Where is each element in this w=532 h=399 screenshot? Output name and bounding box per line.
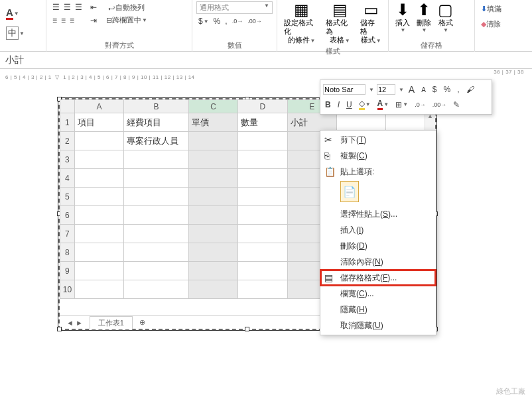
group-label-number: 數值 [196, 39, 273, 52]
tab-nav[interactable]: ◄ ► [66, 319, 83, 327]
asian-layout-button[interactable]: 中▼ [4, 25, 27, 41]
clear-button[interactable]: ◆ 清除 [479, 18, 503, 30]
border-button[interactable]: ⊞▼ [393, 99, 410, 111]
col-header-a[interactable]: A [74, 100, 123, 113]
align-left-button[interactable]: ≡ [50, 15, 59, 27]
align-right-button[interactable]: ≡ [68, 15, 76, 27]
cm-clear[interactable]: 清除內容(N) [320, 254, 436, 270]
shrink-font-button[interactable]: A [419, 85, 428, 95]
group-label-cells: 儲存格 [393, 39, 470, 52]
format-table-button[interactable]: ▤格式化為表格▼ [323, 1, 356, 45]
row-header[interactable]: 8 [60, 243, 75, 262]
cm-cut[interactable]: ✂剪下(T) [320, 132, 436, 148]
cm-hide[interactable]: 隱藏(H) [320, 302, 436, 317]
styles-icon: ▭ [364, 1, 379, 19]
delete-cell-button[interactable]: ⬆刪除▼ [414, 1, 434, 34]
row-header[interactable]: 2 [60, 132, 75, 150]
formula-bar[interactable]: 小計 [0, 52, 532, 69]
italic-button[interactable]: I [336, 99, 342, 111]
grow-font-button[interactable]: A [407, 83, 417, 96]
table-icon: ▤ [332, 1, 348, 19]
row-header[interactable]: 9 [60, 262, 75, 280]
format-icon: ▢ [438, 1, 453, 19]
comma-button[interactable]: , [223, 15, 229, 27]
mini-toolbar: ▼ ▼ A A $ % , 🖌 B I U ◇▼ A▼ ⊞▼ .0→ .00→ … [320, 80, 492, 115]
format-painter-icon[interactable]: 🖌 [464, 84, 476, 95]
dec-decimal-button[interactable]: .00→ [245, 15, 264, 27]
cm-copy[interactable]: ⎘複製(C) [320, 148, 436, 164]
cond-format-icon: ▦ [294, 1, 309, 19]
format-cells-icon: ▤ [324, 272, 333, 283]
select-all-corner[interactable] [60, 100, 75, 113]
mini-size-select[interactable] [377, 84, 395, 95]
add-sheet-button[interactable]: ⊕ [139, 318, 145, 327]
ribbon: A▼ 中▼ ☰ ☰ ☰ ≡ ≡ ≡ ⇤ ⇥ ⮐ 自動換列 ⊟ 跨欄置中▼ 對齊方… [0, 0, 532, 52]
cm-paste-options-label: 📋貼上選項: [320, 164, 436, 180]
row-header[interactable]: 3 [60, 150, 75, 169]
row-header[interactable]: 7 [60, 225, 75, 243]
cell-styles-button[interactable]: ▭儲存格樣式▼ [358, 1, 384, 45]
currency-button[interactable]: $▼ [196, 15, 211, 27]
delete-icon: ⬆ [417, 1, 431, 19]
merge-center-button[interactable]: ⊟ 跨欄置中▼ [104, 14, 149, 27]
wrap-text-button[interactable]: ⮐ 自動換列 [104, 1, 149, 14]
row-header[interactable]: 1 [60, 113, 75, 132]
conditional-format-button[interactable]: ▦設定格式化的條件▼ [281, 1, 322, 45]
watermark: 綠色工廠 [496, 386, 525, 396]
indent-increase-button[interactable]: ⇥ [88, 15, 99, 27]
paste-option-button[interactable]: 📄 [340, 181, 359, 202]
scissors-icon: ✂ [324, 135, 332, 145]
col-header-d[interactable]: D [238, 100, 287, 113]
cm-delete[interactable]: 刪除(D) [320, 238, 436, 254]
mini-font-select[interactable] [323, 84, 366, 95]
cm-unhide[interactable]: 取消隱藏(U) [320, 317, 436, 333]
format-cell-button[interactable]: ▢格式▼ [435, 1, 456, 34]
underline-button[interactable]: U [344, 99, 354, 111]
font-color-mini-button[interactable]: A▼ [375, 97, 391, 111]
workspace: A B C D E F G 1項目經費項目單價數量小計 2專案行政人員 3 4 … [0, 85, 532, 396]
font-color-button[interactable]: A▼ [4, 5, 21, 21]
fill-button[interactable]: ⬇ 填滿 [479, 3, 503, 15]
copy-icon: ⎘ [324, 150, 330, 161]
row-header[interactable]: 6 [60, 206, 75, 225]
align-middle-button[interactable]: ☰ [62, 1, 73, 13]
cm-column-width[interactable]: 欄寬(C)... [320, 286, 436, 302]
col-header-c[interactable]: C [188, 100, 237, 113]
mini-inc-dec-button[interactable]: .0→ [413, 100, 428, 109]
inc-decimal-button[interactable]: .0→ [230, 15, 245, 27]
insert-cell-button[interactable]: ⬇插入▼ [393, 1, 413, 34]
mini-comma-button[interactable]: , [455, 84, 461, 95]
align-top-button[interactable]: ☰ [50, 1, 62, 13]
row-header[interactable]: 4 [60, 169, 75, 188]
sheet-tab[interactable]: 工作表1 [90, 316, 133, 329]
col-header-b[interactable]: B [124, 100, 189, 113]
mini-percent-button[interactable]: % [442, 84, 453, 95]
percent-button[interactable]: % [212, 15, 223, 27]
clipboard-icon: 📋 [324, 166, 336, 177]
mini-currency-button[interactable]: $ [431, 84, 439, 95]
group-label-align: 對齊方式 [50, 39, 188, 52]
cm-paste-special[interactable]: 選擇性貼上(S)... [320, 206, 436, 222]
align-center-button[interactable]: ≡ [59, 15, 68, 27]
row-header[interactable]: 5 [60, 188, 75, 206]
row-header[interactable]: 10 [60, 280, 75, 299]
align-bottom-button[interactable]: ☰ [73, 1, 84, 13]
cm-insert[interactable]: 插入(I) [320, 222, 436, 238]
mini-brush-icon[interactable]: ✎ [451, 99, 462, 111]
group-label-styles: 樣式 [281, 45, 384, 58]
mini-dec-dec-button[interactable]: .00→ [431, 100, 449, 109]
number-format-select[interactable]: 通用格式▼ [196, 1, 273, 14]
cm-format-cells[interactable]: ▤儲存格格式(F)... [320, 270, 436, 286]
context-menu: ✂剪下(T) ⎘複製(C) 📋貼上選項: 📄 選擇性貼上(S)... 插入(I)… [320, 130, 436, 335]
insert-icon: ⬇ [396, 1, 409, 19]
fill-color-button[interactable]: ◇▼ [357, 97, 373, 111]
bold-button[interactable]: B [323, 99, 333, 111]
indent-decrease-button[interactable]: ⇤ [88, 1, 99, 13]
